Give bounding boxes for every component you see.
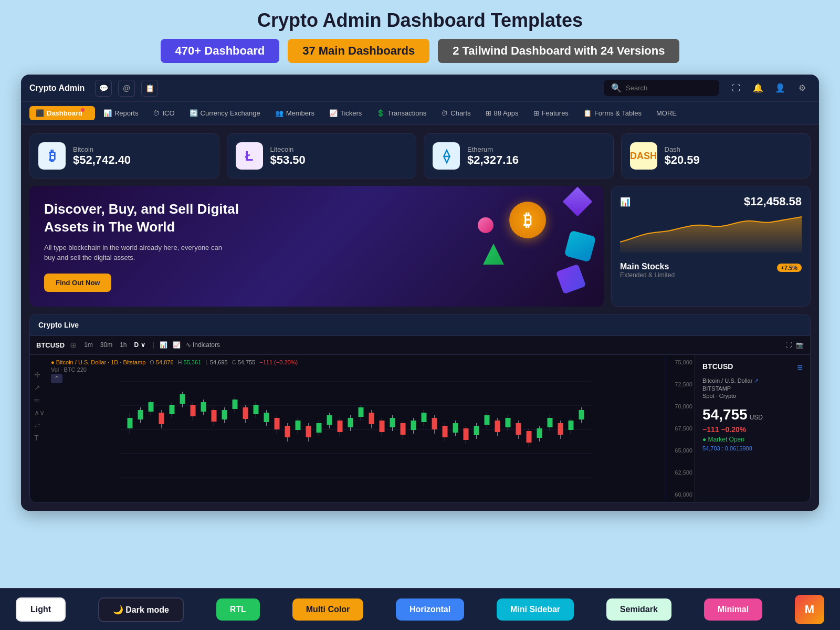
svg-rect-36 bbox=[285, 426, 290, 437]
dashboard-container: Crypto Admin 💬 @ 📋 🔍 ⛶ 🔔 👤 ⚙ ⬛ Dashboard… bbox=[21, 75, 819, 511]
svg-rect-80 bbox=[516, 423, 521, 435]
nav-transactions[interactable]: 💲 Transactions bbox=[370, 106, 433, 120]
svg-rect-74 bbox=[485, 415, 490, 425]
svg-rect-28 bbox=[243, 407, 248, 419]
header-right-icons: ⛶ 🔔 👤 ⚙ bbox=[728, 80, 811, 97]
nav-features[interactable]: ⊞ Features bbox=[527, 106, 575, 120]
list-view-icon[interactable]: ≡ bbox=[797, 362, 803, 373]
svg-rect-82 bbox=[527, 431, 532, 443]
blue-cube bbox=[564, 230, 596, 262]
dark-mode-button[interactable]: 🌙 Dark mode bbox=[98, 597, 184, 622]
ethereum-name: Etherum bbox=[467, 145, 519, 153]
svg-rect-18 bbox=[191, 405, 196, 416]
svg-rect-24 bbox=[222, 410, 227, 419]
svg-rect-56 bbox=[390, 418, 395, 427]
logo: Crypto Admin bbox=[29, 83, 85, 93]
nav-tickers[interactable]: 📈 Tickers bbox=[323, 106, 368, 120]
mini-sidebar-button[interactable]: Mini Sidebar bbox=[497, 598, 574, 621]
ci-price-usd: USD bbox=[750, 414, 763, 421]
svg-rect-64 bbox=[432, 418, 437, 429]
nav-charts[interactable]: ⏱ Charts bbox=[435, 106, 477, 120]
tickers-icon: 📈 bbox=[329, 109, 338, 117]
svg-rect-54 bbox=[380, 421, 385, 432]
clipboard-icon[interactable]: 📋 bbox=[141, 80, 158, 97]
svg-rect-10 bbox=[149, 402, 154, 412]
chart-line-icon[interactable]: 📈 bbox=[173, 341, 181, 349]
timeframe-1d[interactable]: D ∨ bbox=[132, 340, 148, 350]
svg-rect-92 bbox=[579, 410, 584, 419]
line-tool[interactable]: ═ bbox=[34, 396, 45, 404]
timeframe-30m[interactable]: 30m bbox=[98, 340, 114, 350]
nav-more[interactable]: MORE bbox=[650, 106, 683, 120]
timeframe-1h[interactable]: 1h bbox=[118, 340, 129, 350]
stocks-label: Main Stocks bbox=[620, 262, 675, 271]
svg-rect-8 bbox=[138, 410, 143, 419]
minimal-mode-button[interactable]: Minimal bbox=[704, 598, 763, 621]
measure-tool[interactable]: ⇌ bbox=[34, 421, 45, 429]
badges-row: 470+ Dashboard 37 Main Dashboards 2 Tail… bbox=[0, 39, 840, 63]
ohlc-open: O 54,876 bbox=[150, 359, 173, 365]
middle-row: Discover, Buy, and Sell Digital Assets i… bbox=[29, 186, 811, 307]
at-icon[interactable]: @ bbox=[118, 80, 135, 97]
text-tool[interactable]: T bbox=[34, 434, 45, 442]
badge-main-dashboards: 37 Main Dashboards bbox=[288, 39, 429, 63]
ohlc-change: −111 (−0.20%) bbox=[259, 359, 298, 365]
candlestick-svg bbox=[46, 381, 666, 502]
search-icon: 🔍 bbox=[611, 83, 622, 93]
svg-rect-86 bbox=[548, 418, 553, 427]
semidark-mode-button[interactable]: Semidark bbox=[606, 598, 671, 621]
trading-section: Crypto Live BTCUSD ⊕ 1m 30m 1h D ∨ | 📊 📈… bbox=[29, 314, 811, 502]
nav-members[interactable]: 👥 Members bbox=[269, 106, 321, 120]
search-bar[interactable]: 🔍 bbox=[604, 80, 719, 96]
nav-dashboard[interactable]: ⬛ Dashboard bbox=[29, 106, 95, 120]
nav-reports[interactable]: 📊 Reports bbox=[97, 106, 145, 120]
user-icon[interactable]: 👤 bbox=[772, 80, 789, 97]
cursor-tool[interactable]: ↗ bbox=[34, 383, 45, 392]
svg-rect-20 bbox=[201, 402, 206, 412]
fullscreen-icon[interactable]: ⛶ bbox=[728, 80, 744, 97]
trading-body: ● Bitcoin / U.S. Dollar · 1D · Bitstamp … bbox=[30, 355, 810, 502]
y-axis-labels: 75,000 72,500 70,000 67,500 65,000 62,50… bbox=[666, 355, 695, 502]
timeframe-1m[interactable]: 1m bbox=[82, 340, 95, 350]
camera-icon[interactable]: 📷 bbox=[796, 341, 804, 349]
crosshair-tool[interactable]: ✛ bbox=[34, 371, 45, 379]
nav-apps[interactable]: ⊞ 88 Apps bbox=[479, 106, 525, 120]
candlestick-chart-area: ● Bitcoin / U.S. Dollar · 1D · Bitstamp … bbox=[30, 355, 695, 502]
banner-title: Discover, Buy, and Sell Digital Assets i… bbox=[44, 201, 254, 236]
multicolor-mode-button[interactable]: Multi Color bbox=[292, 598, 364, 621]
svg-rect-52 bbox=[369, 413, 374, 424]
chart-indicators[interactable]: ∿ Indicators bbox=[186, 341, 220, 349]
litecoin-card: Ł Litecoin $53.50 bbox=[227, 133, 417, 178]
page-title: Crypto Admin Dashboard Templates bbox=[0, 9, 840, 32]
chat-icon[interactable]: 💬 bbox=[95, 80, 112, 97]
shapes-tool[interactable]: ∧∨ bbox=[34, 408, 45, 417]
bitcoin-name: Bitcoin bbox=[73, 145, 131, 153]
crypto-cards-grid: ₿ Bitcoin $52,742.40 Ł Litecoin $53.50 ⟠… bbox=[29, 133, 811, 178]
svg-rect-30 bbox=[254, 405, 259, 414]
forms-icon: 📋 bbox=[583, 109, 592, 117]
svg-rect-22 bbox=[212, 410, 217, 422]
pink-sphere bbox=[478, 217, 494, 233]
nav-forms-tables[interactable]: 📋 Forms & Tables bbox=[577, 106, 648, 120]
brand-logo: M bbox=[795, 595, 824, 624]
horizontal-mode-button[interactable]: Horizontal bbox=[396, 598, 464, 621]
settings-icon[interactable]: ⚙ bbox=[794, 80, 811, 97]
timeframe-buttons: 1m 30m 1h D ∨ bbox=[82, 340, 147, 350]
y-label-62500: 62,500 bbox=[668, 469, 692, 476]
bell-icon[interactable]: 🔔 bbox=[750, 80, 766, 97]
stocks-area-chart bbox=[620, 211, 802, 253]
find-out-now-button[interactable]: Find Out Now bbox=[44, 274, 111, 292]
expand-icon[interactable]: ⛶ bbox=[785, 341, 792, 349]
nav-ico[interactable]: ⏱ ICO bbox=[146, 106, 181, 120]
light-mode-button[interactable]: Light bbox=[16, 597, 66, 622]
ci-link[interactable]: 54,703 : 0.0615908 bbox=[702, 445, 803, 452]
rtl-mode-button[interactable]: RTL bbox=[216, 598, 260, 621]
trading-symbol[interactable]: BTCUSD bbox=[36, 341, 65, 349]
exchange-icon: 🔄 bbox=[190, 109, 198, 117]
ci-market-status: ● Market Open bbox=[702, 436, 803, 443]
nav-currency-exchange[interactable]: 🔄 Currency Exchange bbox=[183, 106, 267, 120]
search-input[interactable] bbox=[626, 84, 712, 92]
ethereum-card: ⟠ Etherum $2,327.16 bbox=[424, 133, 614, 178]
dash-card: DASH Dash $20.59 bbox=[621, 133, 811, 178]
chart-type-icon[interactable]: 📊 bbox=[160, 341, 167, 349]
